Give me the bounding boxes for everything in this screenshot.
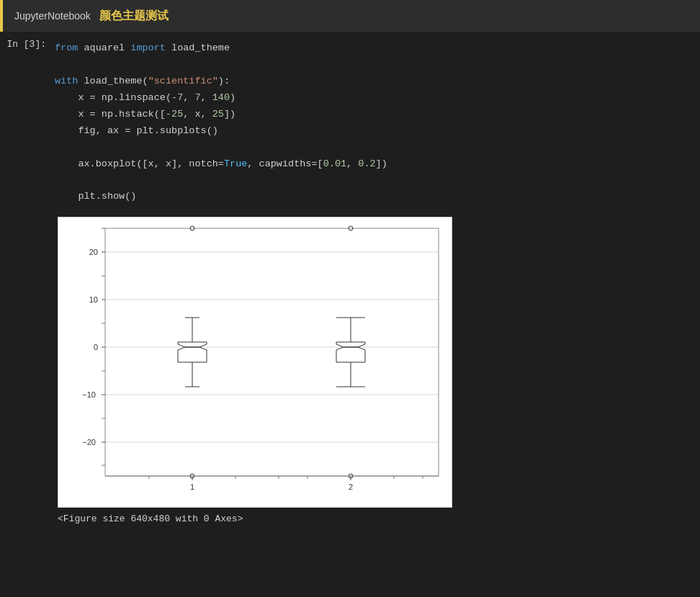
header-bar: JupyterNotebook 颜色主题测试 [0, 0, 700, 32]
figure-size-text: <Figure size 640x480 with 0 Axes> [58, 513, 243, 524]
string-scientific: "scientific" [148, 76, 218, 86]
code-line-blank2 [55, 140, 700, 156]
code-line-5: x = np.hstack([-25, x, 25]) [55, 107, 700, 123]
svg-text:2: 2 [349, 482, 353, 491]
output-text: <Figure size 640x480 with 0 Axes> [58, 513, 700, 536]
svg-text:−20: −20 [82, 438, 96, 446]
cell-label: In [3]: [0, 37, 52, 50]
code-cell: In [3]: from aquarel import load_theme w… [0, 32, 700, 214]
boxplot2-body [336, 342, 365, 362]
app-name: JupyterNotebook [14, 10, 91, 22]
cell-code-content: from aquarel import load_theme with load… [52, 37, 700, 208]
svg-text:0: 0 [94, 343, 98, 351]
keyword-true: True [224, 158, 247, 169]
boxplot1-body [178, 342, 207, 362]
code-line-10: plt.show() [55, 189, 700, 205]
keyword-from: from [55, 42, 78, 53]
code-line-1: from aquarel import load_theme [55, 40, 700, 57]
svg-text:1: 1 [190, 482, 194, 491]
chart-svg: 20 10 0 −10 −20 1 2 [58, 217, 452, 508]
code-line-4: x = np.linspace(-7, 7, 140) [55, 90, 700, 107]
code-line-3: with load_theme("scientific"): [55, 73, 700, 90]
code-line-blank1 [55, 57, 700, 73]
svg-rect-0 [58, 217, 452, 508]
plot-box: 20 10 0 −10 −20 1 2 [58, 217, 452, 508]
notebook-title: 颜色主题测试 [99, 9, 169, 24]
code-line-8: ax.boxplot([x, x], notch=True, capwidths… [55, 156, 700, 173]
plot-container: 20 10 0 −10 −20 1 2 [58, 217, 700, 508]
svg-text:10: 10 [89, 295, 98, 304]
svg-text:20: 20 [89, 248, 98, 256]
keyword-with: with [55, 76, 78, 86]
keyword-import: import [130, 42, 166, 53]
code-line-6: fig, ax = plt.subplots() [55, 123, 700, 140]
code-block[interactable]: from aquarel import load_theme with load… [55, 37, 700, 208]
code-line-blank3 [55, 173, 700, 189]
svg-text:−10: −10 [82, 390, 96, 399]
